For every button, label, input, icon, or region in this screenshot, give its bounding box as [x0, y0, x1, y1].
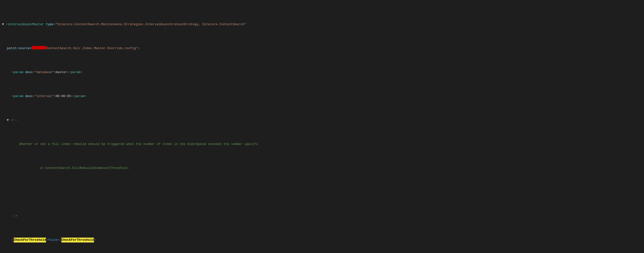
line-checkforthreshold-1: <CheckForThreshold>false</CheckForThresh…	[2, 238, 642, 243]
xml-editor: ▼ <intervalAsyncMaster type="Sitecore.Co…	[0, 2, 644, 253]
line-param-interval: <param desc="interval">00:00:05</param>	[2, 94, 642, 99]
triangle-interval-async[interactable]: ▼	[2, 22, 6, 27]
line-patch-source-1: patch:source= ContentSearch.Solr.Index.M…	[2, 46, 642, 51]
line-comment-text-1b: in ContentSearch.FullRebuildItemCountThr…	[2, 166, 642, 171]
line-comment-open-1: ▼ <!--	[2, 118, 642, 123]
line-param-database: <param desc="database">master</param>	[2, 70, 642, 75]
blank-line-1	[2, 190, 642, 195]
redacted-1	[32, 46, 46, 49]
triangle-comment-1[interactable]: ▼	[7, 118, 11, 123]
line-comment-text-1a: Whether or not a full index rebuild shou…	[2, 142, 642, 147]
line-comment-close-1: -->	[2, 214, 642, 219]
line-interval-async-master-open: ▼ <intervalAsyncMaster type="Sitecore.Co…	[2, 22, 642, 27]
